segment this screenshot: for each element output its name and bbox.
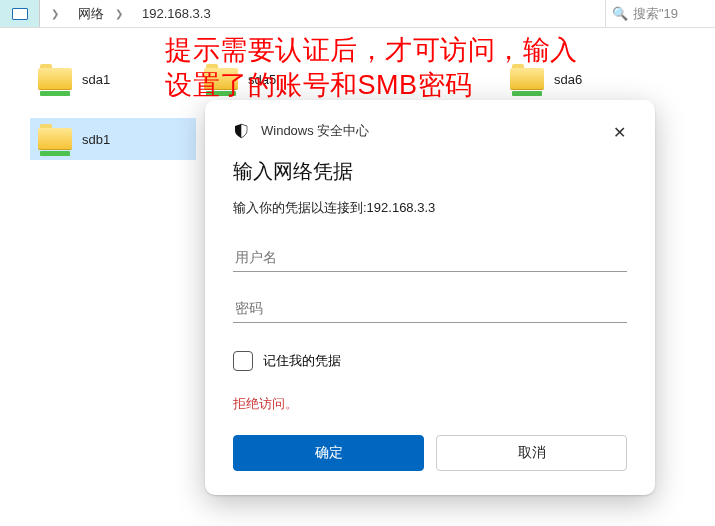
remember-label: 记住我的凭据 — [263, 352, 341, 370]
search-icon: 🔍 — [612, 6, 628, 21]
search-placeholder: 搜索"19 — [633, 5, 678, 23]
folder-label: sda6 — [554, 72, 582, 87]
breadcrumb-address-label: 192.168.3.3 — [142, 6, 211, 21]
folder-item[interactable]: sda6 — [502, 58, 668, 100]
cancel-button-label: 取消 — [518, 444, 546, 462]
dialog-title: 输入网络凭据 — [233, 158, 627, 185]
shared-folder-icon — [204, 64, 238, 94]
breadcrumb-network-label: 网络 — [78, 5, 104, 23]
monitor-icon — [12, 8, 28, 20]
close-icon: ✕ — [613, 123, 626, 142]
error-message: 拒绝访问。 — [233, 395, 627, 413]
dialog-header-label: Windows 安全中心 — [261, 122, 369, 140]
dialog-prompt: 输入你的凭据以连接到:192.168.3.3 — [233, 199, 627, 217]
folder-item[interactable]: sdb1 — [30, 118, 196, 160]
address-bar: ❯ 网络 ❯ 192.168.3.3 🔍 搜索"19 — [0, 0, 715, 28]
shield-icon — [233, 123, 249, 139]
folder-label: sdb1 — [82, 132, 110, 147]
chevron-right-icon: ❯ — [48, 8, 62, 19]
folder-label: sda1 — [82, 72, 110, 87]
shared-folder-icon — [38, 124, 72, 154]
password-field[interactable] — [233, 294, 627, 323]
breadcrumb-chevron-root[interactable]: ❯ — [40, 0, 70, 27]
shared-folder-icon — [510, 64, 544, 94]
chevron-right-icon: ❯ — [112, 8, 126, 19]
folder-label: sda5 — [248, 72, 276, 87]
dialog-header: Windows 安全中心 ✕ — [233, 122, 627, 140]
remember-credentials-row[interactable]: 记住我的凭据 — [233, 351, 627, 371]
username-field[interactable] — [233, 243, 627, 272]
ok-button[interactable]: 确定 — [233, 435, 424, 471]
breadcrumb-network[interactable]: 网络 ❯ — [70, 0, 134, 27]
shared-folder-icon — [38, 64, 72, 94]
address-bar-blank[interactable] — [219, 0, 605, 27]
remember-checkbox[interactable] — [233, 351, 253, 371]
credentials-dialog: Windows 安全中心 ✕ 输入网络凭据 输入你的凭据以连接到:192.168… — [205, 100, 655, 495]
folder-item[interactable]: sda5 — [196, 58, 362, 100]
ok-button-label: 确定 — [315, 444, 343, 462]
search-box[interactable]: 🔍 搜索"19 — [605, 0, 715, 27]
cancel-button[interactable]: 取消 — [436, 435, 627, 471]
location-icon-box[interactable] — [0, 0, 40, 27]
breadcrumb-address[interactable]: 192.168.3.3 — [134, 0, 219, 27]
folder-item[interactable]: sda1 — [30, 58, 196, 100]
close-button[interactable]: ✕ — [605, 118, 633, 146]
dialog-button-row: 确定 取消 — [233, 435, 627, 471]
